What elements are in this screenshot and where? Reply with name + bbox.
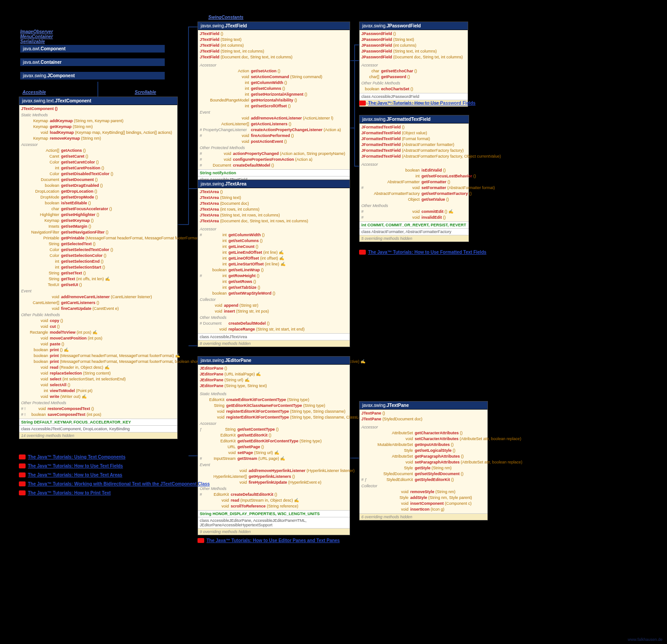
constructor: JEditorPane () bbox=[200, 366, 348, 371]
method-row: Colorget/setSelectedTextColor () bbox=[21, 247, 176, 253]
method-row: Colorget/setCaretColor () bbox=[21, 159, 176, 165]
header-jtextpane: javax.swing.JTextPane bbox=[360, 401, 487, 410]
link-2[interactable]: The Java™ Tutorials: How to Use Text Are… bbox=[19, 472, 210, 477]
method-row: # !voidrestoreComposedText () bbox=[21, 406, 176, 412]
oracle-icon bbox=[359, 250, 366, 255]
method-row: ActionListener[]getActionListeners () bbox=[200, 121, 348, 127]
constructor: JFormattedTextField (Format format) bbox=[361, 136, 467, 142]
method-row: BoundedRangeModelgetHorizontalVisibility… bbox=[200, 97, 348, 103]
method-row: URLget/setPage () bbox=[200, 444, 348, 450]
method-row: voidread (InputStream in, Object desc) ✍ bbox=[200, 498, 348, 503]
link-formatted[interactable]: The Java™ Tutorials: How to Use Formatte… bbox=[359, 250, 487, 255]
interface-scrollable: Scrollable bbox=[135, 90, 156, 95]
method-row: voidappend (String str) bbox=[200, 303, 348, 309]
interface-list: ImageObserver MenuContainer Serializable bbox=[20, 29, 53, 44]
link-password[interactable]: The Java™ Tutorials: How to Use Password… bbox=[359, 101, 475, 106]
method-row: KeymapremoveKeymap (String nm) bbox=[21, 136, 176, 141]
constructor: JTextPane () bbox=[361, 410, 486, 416]
header-jtextcomponent: javax.swing.text.JTextComponent bbox=[19, 97, 177, 105]
method-row: DropLocationgetDropLocation () bbox=[21, 189, 176, 194]
method-row: voidscrollToReference (String reference) bbox=[200, 503, 348, 509]
constructor: JTextField (String text, int columns) bbox=[200, 49, 348, 54]
method-row: #voidcommitEdit () ✍ bbox=[361, 209, 467, 215]
method-row: MutableAttributeSetgetInputAttributes () bbox=[361, 442, 486, 448]
method-row: intget/setFocusLostBehavior () bbox=[361, 173, 467, 179]
method-row: booleanechoCharIsSet () bbox=[361, 86, 466, 92]
inner-classes: class AccessibleJTextComponent, DropLoca… bbox=[19, 425, 177, 432]
interface-accessible: Accessible bbox=[22, 90, 46, 95]
method-row: Documentget/setDocument () bbox=[21, 177, 176, 183]
section-event: Event bbox=[21, 289, 176, 293]
oracle-icon bbox=[19, 481, 26, 486]
constructor: JPasswordField () bbox=[361, 31, 466, 37]
link-1[interactable]: The Java™ Tutorials: How to Use Text Fie… bbox=[19, 463, 210, 468]
method-row: booleanis/setEditable () bbox=[21, 200, 176, 206]
header-jtextfield: javax.swing.JTextField bbox=[198, 22, 350, 30]
method-row: intget/setColumns () bbox=[200, 86, 348, 92]
method-row: intget/setCaretPosition () bbox=[21, 165, 176, 171]
method-row: AbstractFormattergetFormatter () bbox=[361, 179, 467, 185]
oracle-icon bbox=[197, 538, 204, 543]
method-row: Keymapget/setKeymap () bbox=[21, 218, 176, 224]
method-row: intgetLineStartOffset (int line) ✍ bbox=[200, 261, 348, 267]
constructor: JFormattedTextField (AbstractFormatter f… bbox=[361, 142, 467, 148]
method-row: voidsetActionCommand (String command) bbox=[200, 74, 348, 80]
method-row: voidloadKeymap (Keymap map, KeyBinding[]… bbox=[21, 130, 176, 136]
class-jtextfield: javax.swing.JTextField JTextField ()JTex… bbox=[197, 22, 350, 190]
method-row: KeymapgetKeymap (String nm) bbox=[21, 124, 176, 130]
method-row: voidinsert (String str, int pos) bbox=[200, 309, 348, 314]
link-4[interactable]: The Java™ Tutorials: How to Print Text bbox=[19, 490, 210, 495]
method-row: charget/setEchoChar () bbox=[361, 68, 466, 74]
method-row: voidinsertIcon (Icon g) bbox=[361, 507, 486, 512]
method-row: #voidsetFormatter (AbstractFormatter for… bbox=[361, 185, 467, 191]
constructor: JEditorPane (String url) ✍ bbox=[200, 377, 348, 383]
method-row: Actionget/setAction () bbox=[200, 68, 348, 74]
constructor: JEditorPane (String type, String text) bbox=[200, 383, 348, 389]
box-jcomponent: javax.swing.JComponent bbox=[20, 72, 165, 80]
method-row: voidinsertComponent (Component c) bbox=[361, 501, 486, 507]
class-jtextarea: javax.swing.JTextArea JTextArea ()JTextA… bbox=[197, 180, 350, 347]
method-row: HyperlinkListener[]getHyperlinkListeners… bbox=[200, 474, 348, 480]
method-row: voidread (Reader in, Object desc) ✍ bbox=[21, 365, 176, 371]
method-row: intget/setSelectionEnd () bbox=[21, 259, 176, 265]
method-row: voidfireHyperlinkUpdate (HyperlinkEvent … bbox=[200, 480, 348, 485]
method-row: voidpaste () bbox=[21, 341, 176, 347]
method-row: voidadd/removeHyperlinkListener (Hyperli… bbox=[200, 468, 348, 474]
method-row: EditorKitget/setEditorKit () bbox=[200, 432, 348, 438]
constructor: JTextArea (String text, int rows, int co… bbox=[200, 212, 348, 218]
watermark: www.falkhausen.de bbox=[628, 637, 663, 642]
method-row: ƒStringget/setContentType () bbox=[200, 427, 348, 432]
constructor: JPasswordField (int columns) bbox=[361, 43, 466, 49]
constructor: JPasswordField (String text) bbox=[361, 37, 466, 43]
method-row: char[]getPassword () bbox=[361, 74, 466, 80]
method-row: #InputStreamgetStream (URL page) ✍ bbox=[200, 456, 348, 462]
method-row: StyledDocumentget/setStyledDocument () bbox=[361, 471, 486, 477]
method-row: voidselect (int selectionStart, int sele… bbox=[21, 376, 176, 382]
method-row: voidmoveCaretPosition (int pos) bbox=[21, 335, 176, 341]
method-row: voidcut () bbox=[21, 324, 176, 330]
link-editorpane[interactable]: The Java™ Tutorials: How to Use Editor P… bbox=[197, 538, 340, 543]
method-row: StylegetStyle (String nm) bbox=[361, 465, 486, 471]
method-row: Styleget/setLogicalStyle () bbox=[361, 448, 486, 454]
interface-swingconstants: SwingConstants bbox=[208, 15, 243, 20]
ctor: JTextComponent () bbox=[21, 106, 176, 112]
oracle-icon bbox=[19, 463, 26, 468]
section-static: Static Methods bbox=[21, 113, 176, 117]
link-3[interactable]: The Java™ Tutorials: Working with Bidire… bbox=[19, 481, 210, 486]
link-0[interactable]: The Java™ Tutorials: Using Text Componen… bbox=[19, 454, 210, 459]
method-row: #voidfireActionPerformed () bbox=[200, 133, 348, 139]
method-row: voidadd/removeCaretListener (CaretListen… bbox=[21, 294, 176, 300]
method-row: AttributeSetgetParagraphAttributes () bbox=[361, 454, 486, 459]
method-row: Highlighterget/setHighlighter () bbox=[21, 212, 176, 218]
method-row: #voidconfigurePropertiesFromAction (Acti… bbox=[200, 157, 348, 163]
method-row: Objectget/setValue () bbox=[361, 197, 467, 203]
method-row: StringgetSelectedText () bbox=[21, 241, 176, 247]
method-row: intget/setColumns () bbox=[200, 238, 348, 244]
box-container: java.awt.Container bbox=[20, 58, 165, 66]
method-row: voidregisterEditorKitForContentType (Str… bbox=[200, 415, 348, 420]
method-row: voidselectAll () bbox=[21, 382, 176, 388]
method-row: booleanisEditValid () bbox=[361, 168, 467, 173]
method-row: # !booleansaveComposedText (int pos) bbox=[21, 412, 176, 418]
method-row: TextUIget/setUI () bbox=[21, 282, 176, 288]
constructor: JFormattedTextField (AbstractFormatterFa… bbox=[361, 154, 467, 159]
